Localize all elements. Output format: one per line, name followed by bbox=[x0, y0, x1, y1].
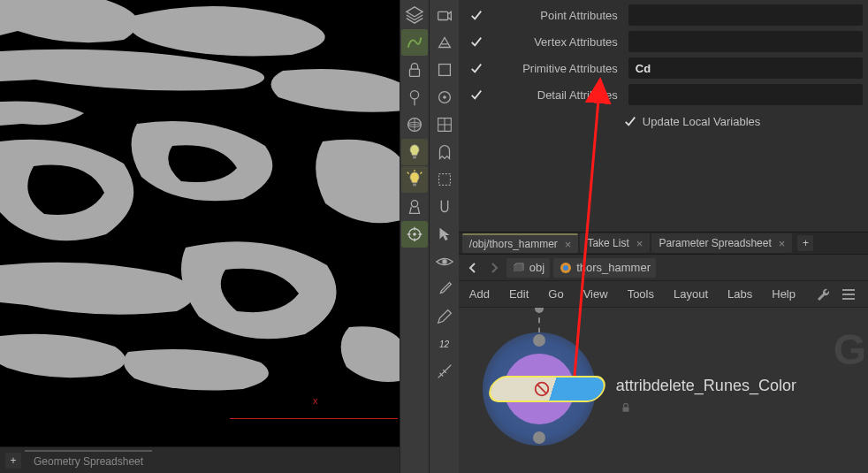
breadcrumb-obj-label: obj bbox=[529, 261, 544, 274]
viewport-tool-column-right: 12 bbox=[429, 0, 459, 473]
svg-point-17 bbox=[563, 265, 568, 271]
pin-icon[interactable] bbox=[401, 84, 428, 111]
camera-icon[interactable] bbox=[431, 2, 458, 28]
breadcrumb-thors-hammer-label: thors_hammer bbox=[576, 261, 651, 274]
svg-point-6 bbox=[411, 201, 417, 207]
vertex-attrs-input[interactable] bbox=[628, 31, 863, 52]
tab-network-label: /obj/thors_hammer bbox=[469, 238, 558, 250]
overlay-letter: G bbox=[834, 325, 866, 374]
breadcrumb-obj[interactable]: obj bbox=[506, 258, 550, 278]
ghost-icon[interactable] bbox=[431, 139, 458, 165]
lightbulb-icon[interactable] bbox=[401, 139, 428, 165]
viewport-tool-column-left bbox=[400, 0, 430, 473]
add-tab-button[interactable]: + bbox=[797, 235, 813, 251]
svg-rect-0 bbox=[409, 69, 419, 76]
close-icon[interactable]: × bbox=[779, 237, 786, 250]
svg-rect-4 bbox=[413, 156, 416, 159]
lightbulb-hq-icon[interactable] bbox=[401, 166, 428, 193]
wrench-icon[interactable] bbox=[815, 286, 833, 303]
network-view[interactable]: attribdelete_Runes_Color G bbox=[459, 308, 868, 473]
menu-view[interactable]: View bbox=[583, 287, 608, 301]
tab-take-list[interactable]: Take List × bbox=[580, 233, 650, 253]
detail-attrs-label: Detail Attributes bbox=[489, 88, 623, 102]
close-icon[interactable]: × bbox=[565, 238, 572, 251]
pane-tabs: /obj/thors_hammer × Take List × Paramete… bbox=[459, 232, 868, 255]
node-label: attribdelete_Runes_Color bbox=[616, 377, 796, 395]
layers-icon[interactable] bbox=[401, 2, 428, 28]
svg-rect-19 bbox=[622, 407, 628, 411]
detail-attrs-input[interactable] bbox=[628, 84, 863, 105]
tab-take-list-label: Take List bbox=[587, 237, 628, 249]
svg-point-1 bbox=[410, 91, 418, 99]
svg-point-14 bbox=[442, 259, 447, 264]
nav-forward-icon[interactable] bbox=[485, 259, 503, 277]
spotlight-icon[interactable] bbox=[401, 194, 428, 220]
menu-labs[interactable]: Labs bbox=[727, 287, 752, 301]
point-attrs-input[interactable] bbox=[628, 4, 863, 26]
point-attrs-checkbox[interactable] bbox=[469, 8, 483, 22]
viewport-bottom-tabs: + Geometry Spreadsheet bbox=[0, 446, 400, 473]
svg-rect-10 bbox=[438, 65, 450, 76]
menu-help[interactable]: Help bbox=[772, 287, 796, 301]
grid-icon[interactable] bbox=[431, 111, 458, 138]
tab-geometry-spreadsheet[interactable]: Geometry Spreadsheet bbox=[25, 450, 152, 471]
label-12[interactable]: 12 bbox=[431, 331, 458, 357]
vertex-attrs-label: Vertex Attributes bbox=[489, 35, 623, 49]
primitive-attrs-input[interactable] bbox=[628, 57, 863, 79]
curve-icon[interactable] bbox=[401, 29, 428, 56]
eye-icon[interactable] bbox=[431, 248, 458, 275]
xray-icon[interactable] bbox=[431, 166, 458, 193]
target-icon[interactable] bbox=[401, 221, 428, 248]
svg-point-8 bbox=[413, 233, 416, 236]
tab-param-spreadsheet[interactable]: Parameter Spreadsheet × bbox=[651, 233, 792, 253]
measure-icon[interactable] bbox=[431, 358, 458, 385]
breadcrumb-thors-hammer[interactable]: thors_hammer bbox=[553, 258, 656, 278]
lock-icon[interactable] bbox=[401, 57, 428, 83]
path-bar: obj thors_hammer bbox=[459, 255, 868, 281]
axis-x-label: x bbox=[313, 395, 318, 406]
display-options-icon[interactable] bbox=[431, 84, 458, 111]
lock-icon bbox=[620, 401, 632, 417]
add-tab-button[interactable]: + bbox=[5, 453, 21, 469]
network-menu-bar: Add Edit Go View Tools Layout Labs Help bbox=[459, 281, 868, 308]
svg-point-12 bbox=[443, 95, 446, 99]
vertex-attrs-checkbox[interactable] bbox=[469, 34, 483, 49]
svg-rect-9 bbox=[438, 11, 447, 19]
menu-tools[interactable]: Tools bbox=[628, 287, 654, 301]
menu-go[interactable]: Go bbox=[548, 287, 563, 301]
update-vars-label: Update Local Variables bbox=[643, 115, 760, 128]
menu-layout[interactable]: Layout bbox=[674, 287, 708, 301]
snap-icon[interactable] bbox=[431, 194, 458, 220]
parameters-panel: Point Attributes Vertex Attributes Primi… bbox=[459, 0, 868, 136]
menu-add[interactable]: Add bbox=[469, 287, 490, 301]
point-attrs-label: Point Attributes bbox=[489, 9, 623, 22]
globe-icon[interactable] bbox=[401, 111, 428, 138]
tab-param-spreadsheet-label: Parameter Spreadsheet bbox=[659, 237, 771, 249]
nav-back-icon[interactable] bbox=[464, 259, 482, 277]
edit-icon[interactable] bbox=[431, 303, 458, 330]
list-icon[interactable] bbox=[840, 286, 857, 303]
detail-attrs-checkbox[interactable] bbox=[469, 88, 483, 102]
3d-viewport[interactable]: x bbox=[0, 0, 400, 446]
close-icon[interactable]: × bbox=[636, 237, 643, 250]
svg-rect-13 bbox=[438, 174, 450, 186]
svg-rect-5 bbox=[413, 184, 416, 187]
brush-icon[interactable] bbox=[431, 276, 458, 302]
node-attribdelete[interactable] bbox=[485, 376, 609, 402]
persp-icon[interactable] bbox=[431, 29, 458, 56]
update-vars-checkbox[interactable] bbox=[623, 114, 637, 128]
ortho-icon[interactable] bbox=[431, 57, 458, 83]
selection-icon[interactable] bbox=[431, 221, 458, 248]
tab-network[interactable]: /obj/thors_hammer × bbox=[462, 233, 579, 253]
menu-edit[interactable]: Edit bbox=[509, 287, 529, 301]
primitive-attrs-label: Primitive Attributes bbox=[489, 62, 623, 75]
primitive-attrs-checkbox[interactable] bbox=[469, 61, 483, 75]
